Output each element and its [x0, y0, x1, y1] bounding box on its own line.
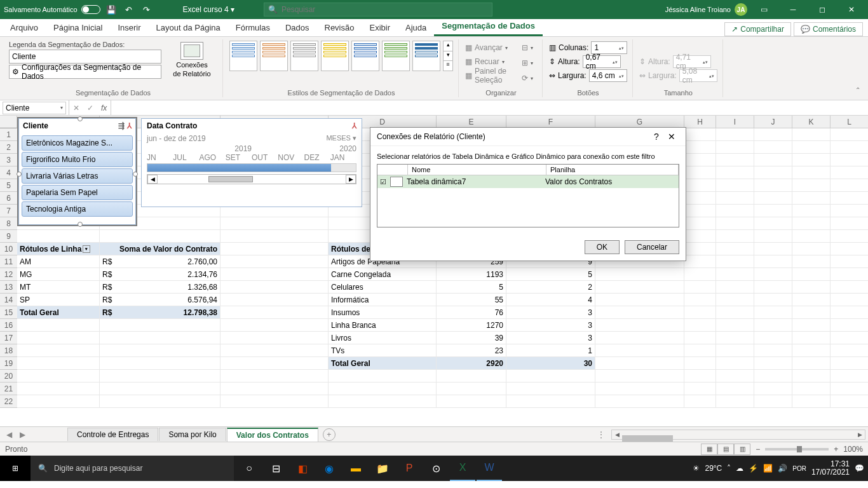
- formula-input[interactable]: [111, 100, 868, 115]
- tab-dados[interactable]: Dados: [278, 19, 317, 36]
- timeline-bar[interactable]: [147, 163, 356, 172]
- row-header[interactable]: 21: [0, 383, 17, 395]
- select-all-corner[interactable]: [0, 116, 17, 128]
- word-icon[interactable]: W: [477, 456, 502, 481]
- row-header[interactable]: 11: [0, 255, 17, 268]
- start-button[interactable]: ⊞: [0, 456, 31, 481]
- clear-filter-icon[interactable]: ⅄: [352, 121, 356, 130]
- col-header[interactable]: L: [831, 116, 868, 128]
- style-swatch[interactable]: [321, 41, 349, 71]
- row-header[interactable]: 14: [0, 294, 17, 306]
- save-icon[interactable]: 💾: [104, 3, 118, 17]
- collapse-ribbon-button[interactable]: ⌃: [851, 83, 864, 97]
- maximize-button[interactable]: ◻: [810, 0, 835, 19]
- seg-caption-input[interactable]: [9, 50, 161, 64]
- timeline-scrollbar[interactable]: ◀ ▶: [147, 174, 356, 184]
- row-header[interactable]: 19: [0, 357, 17, 370]
- wifi-icon[interactable]: 📶: [763, 464, 773, 473]
- timeline-data-contrato[interactable]: Data Contrato ⅄ jun - dez de 2019 MESES …: [141, 118, 362, 207]
- row-header[interactable]: 4: [0, 166, 17, 179]
- tray-chevron-icon[interactable]: ˄: [727, 464, 731, 473]
- row-header[interactable]: 15: [0, 306, 17, 319]
- undo-icon[interactable]: ↶: [122, 3, 136, 17]
- row-header[interactable]: 7: [0, 205, 17, 217]
- clear-filter-icon[interactable]: ⅄: [127, 121, 132, 130]
- checkbox-icon[interactable]: ☑: [380, 178, 390, 186]
- col-header[interactable]: H: [684, 116, 716, 128]
- zoom-slider[interactable]: [765, 448, 829, 451]
- seg-config-button[interactable]: ⚙Configurações da Segmentação de Dados: [9, 65, 161, 79]
- tab-ajuda[interactable]: Ajuda: [398, 19, 434, 36]
- style-swatch[interactable]: [290, 41, 318, 71]
- sheet-nav-prev[interactable]: ◀: [3, 430, 16, 439]
- btn-width-input[interactable]: 4,6 cm▴▾: [589, 69, 627, 82]
- explorer-icon[interactable]: ▬: [343, 456, 369, 481]
- row-header[interactable]: 8: [0, 217, 17, 230]
- report-connections-button[interactable]: Conexões de Relatório: [166, 41, 217, 79]
- horizontal-scrollbar[interactable]: ◀ ▶: [611, 430, 865, 440]
- taskbar-search[interactable]: 🔍 Digite aqui para pesquisar: [31, 456, 234, 481]
- comments-button[interactable]: 💬Comentários: [794, 22, 863, 36]
- row-header[interactable]: 17: [0, 332, 17, 344]
- slicer-cliente[interactable]: Cliente ⇶ ⅄ Eletrônicos Magazine S...Fig…: [18, 118, 136, 225]
- style-swatch[interactable]: [260, 41, 288, 71]
- row-header[interactable]: 3: [0, 154, 17, 166]
- col-header[interactable]: I: [716, 116, 754, 128]
- dialog-close-button[interactable]: ✕: [664, 132, 679, 142]
- temperature[interactable]: 29°C: [705, 464, 722, 473]
- avatar[interactable]: JA: [735, 3, 747, 16]
- battery-icon[interactable]: ⚡: [749, 464, 758, 473]
- share-button[interactable]: ↗Compartilhar: [724, 22, 791, 36]
- zoom-out-button[interactable]: −: [756, 445, 760, 454]
- tab-segmentacao[interactable]: Segmentação de Dados: [434, 17, 543, 36]
- username[interactable]: Jéssica Aline Troiano: [665, 6, 731, 13]
- slicer-item[interactable]: Livraria Várias Letras: [22, 168, 133, 184]
- row-header[interactable]: 10: [0, 243, 17, 255]
- taskview-icon[interactable]: ⊟: [263, 456, 288, 481]
- styles-more-button[interactable]: ▴▾≡: [443, 41, 453, 71]
- style-swatch[interactable]: [412, 41, 440, 71]
- autosave-toggle[interactable]: [81, 5, 100, 14]
- ribbon-mode-icon[interactable]: ▭: [751, 0, 776, 19]
- col-header[interactable]: F: [506, 116, 595, 128]
- search-box[interactable]: 🔍: [264, 3, 492, 17]
- dialog-help-button[interactable]: ?: [649, 132, 664, 142]
- zoom-in-button[interactable]: +: [834, 445, 838, 454]
- fx-icon[interactable]: fx: [97, 104, 111, 112]
- row-header[interactable]: 20: [0, 370, 17, 383]
- office-icon[interactable]: ◧: [290, 456, 315, 481]
- volume-icon[interactable]: 🔊: [778, 464, 787, 473]
- view-normal-button[interactable]: ▦: [701, 444, 717, 455]
- col-name[interactable]: Nome: [408, 165, 546, 175]
- weather-icon[interactable]: ☀: [693, 464, 700, 473]
- style-swatch[interactable]: [382, 41, 410, 71]
- cortana-icon[interactable]: ○: [236, 456, 262, 481]
- add-sheet-button[interactable]: +: [323, 428, 336, 441]
- zoom-level[interactable]: 100%: [843, 445, 863, 454]
- tab-inserir[interactable]: Inserir: [110, 19, 148, 36]
- minimize-button[interactable]: ─: [780, 0, 806, 19]
- slicer-item[interactable]: Tecnologia Antiga: [22, 201, 133, 217]
- row-header[interactable]: 16: [0, 319, 17, 332]
- scroll-left-icon[interactable]: ◀: [147, 175, 158, 184]
- col-header[interactable]: G: [595, 116, 684, 128]
- tab-exibir[interactable]: Exibir: [362, 19, 398, 36]
- row-header[interactable]: 12: [0, 268, 17, 281]
- sheet-tab[interactable]: Valor dos Contratos: [227, 428, 318, 442]
- tab-layout[interactable]: Layout da Página: [149, 19, 228, 36]
- slicer-item[interactable]: Papelaria Sem Papel: [22, 185, 133, 200]
- btn-height-input[interactable]: 0,67 cm▴▾: [583, 55, 621, 68]
- scroll-right-icon[interactable]: ▶: [855, 430, 865, 439]
- slicer-item[interactable]: Eletrônicos Magazine S...: [22, 135, 133, 151]
- row-header[interactable]: 22: [0, 395, 17, 408]
- ok-button[interactable]: OK: [585, 240, 620, 254]
- scroll-right-icon[interactable]: ▶: [346, 175, 356, 184]
- align-button[interactable]: ⊟▾: [522, 41, 537, 55]
- onedrive-icon[interactable]: ☁: [736, 464, 743, 473]
- filename[interactable]: Excel curso 4 ▾: [183, 5, 234, 14]
- view-layout-button[interactable]: ▤: [717, 444, 734, 455]
- tab-formulas[interactable]: Fórmulas: [228, 19, 278, 36]
- name-box[interactable]: Cliente▾: [3, 102, 66, 114]
- row-header[interactable]: 5: [0, 179, 17, 192]
- clock[interactable]: 17:31 17/07/2021: [811, 460, 850, 477]
